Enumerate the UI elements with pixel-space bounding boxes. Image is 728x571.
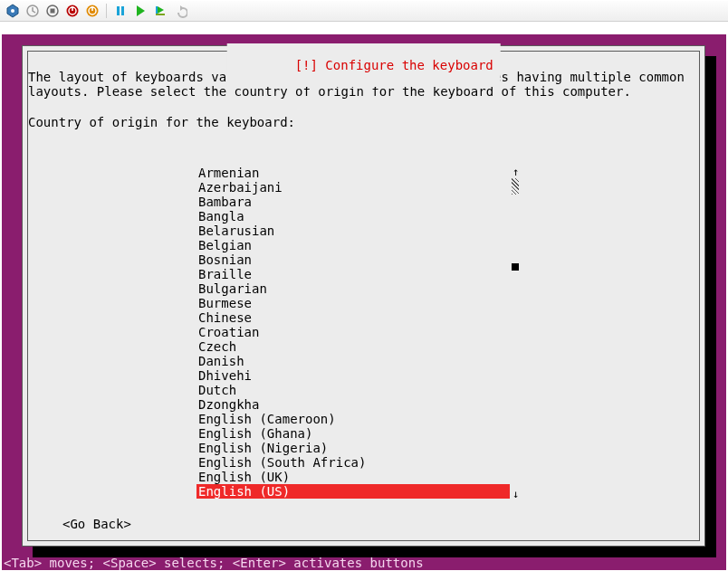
vm-logo-icon[interactable] xyxy=(4,2,22,20)
svg-rect-11 xyxy=(117,6,120,15)
svg-point-1 xyxy=(11,9,14,13)
list-item[interactable]: Belgian xyxy=(196,238,510,252)
pause-icon[interactable] xyxy=(111,2,129,20)
list-item[interactable]: Bulgarian xyxy=(196,281,510,296)
undo-icon[interactable] xyxy=(171,2,189,20)
svg-rect-10 xyxy=(91,6,93,11)
keyboard-origin-list[interactable]: ArmenianAzerbaijaniBambaraBanglaBelarusi… xyxy=(196,166,510,499)
scroll-down-icon[interactable]: ↓ xyxy=(512,488,519,500)
svg-rect-12 xyxy=(121,6,124,15)
shutdown-icon[interactable] xyxy=(63,2,81,20)
list-item[interactable]: Bosnian xyxy=(196,252,510,267)
list-item[interactable]: Chinese xyxy=(196,310,510,325)
vm-display: [!] Configure the keyboard The layout of… xyxy=(0,22,728,571)
step-icon[interactable] xyxy=(151,2,169,20)
list-item[interactable]: Armenian xyxy=(196,166,510,180)
installer-background: [!] Configure the keyboard The layout of… xyxy=(2,34,726,570)
origin-prompt: Country of origin for the keyboard: xyxy=(28,115,295,129)
go-back-button[interactable]: <Go Back> xyxy=(62,517,131,531)
list-item[interactable]: English (Cameroon) xyxy=(196,412,510,426)
list-item[interactable]: English (US) xyxy=(196,484,510,499)
list-item[interactable]: Bangla xyxy=(196,209,510,224)
svg-rect-4 xyxy=(51,9,55,14)
list-item[interactable]: Burmese xyxy=(196,296,510,310)
list-item[interactable]: English (Nigeria) xyxy=(196,441,510,455)
svg-marker-15 xyxy=(158,6,164,14)
power-icon[interactable] xyxy=(83,2,101,20)
stop-icon[interactable] xyxy=(43,2,62,20)
list-item[interactable]: Dhivehi xyxy=(196,368,510,383)
title-marker: [!] xyxy=(295,58,326,72)
list-item[interactable]: Dzongkha xyxy=(196,397,510,412)
nav-hint-bar: <Tab> moves; <Space> selects; <Enter> ac… xyxy=(2,556,726,570)
play-icon[interactable] xyxy=(131,2,149,20)
keyboard-config-dialog: [!] Configure the keyboard The layout of… xyxy=(22,45,705,547)
svg-rect-7 xyxy=(72,6,73,11)
dialog-title: [!] Configure the keyboard xyxy=(226,43,501,87)
list-item[interactable]: Danish xyxy=(196,354,510,368)
svg-marker-13 xyxy=(137,5,145,16)
svg-rect-14 xyxy=(156,14,165,15)
list-item[interactable]: English (Ghana) xyxy=(196,426,510,441)
list-scrollbar[interactable]: ↑ ↓ xyxy=(512,166,519,500)
scrollbar-track-fill xyxy=(512,178,519,195)
scrollbar-thumb[interactable] xyxy=(512,263,519,271)
scroll-up-icon[interactable]: ↑ xyxy=(512,166,519,178)
clock-icon[interactable] xyxy=(24,2,42,20)
vm-toolbar xyxy=(0,0,728,22)
svg-rect-16 xyxy=(156,6,158,14)
list-item[interactable]: Braille xyxy=(196,267,510,281)
svg-marker-17 xyxy=(180,5,184,11)
toolbar-separator xyxy=(106,4,107,18)
list-item[interactable]: Czech xyxy=(196,339,510,354)
list-item[interactable]: Azerbaijani xyxy=(196,180,510,195)
list-item[interactable]: Dutch xyxy=(196,383,510,397)
list-item[interactable]: Croatian xyxy=(196,325,510,339)
list-item[interactable]: English (South Africa) xyxy=(196,455,510,470)
list-item[interactable]: English (UK) xyxy=(196,470,510,484)
title-text: Configure the keyboard xyxy=(325,58,493,72)
list-item[interactable]: Belarusian xyxy=(196,224,510,238)
list-item[interactable]: Bambara xyxy=(196,195,510,209)
